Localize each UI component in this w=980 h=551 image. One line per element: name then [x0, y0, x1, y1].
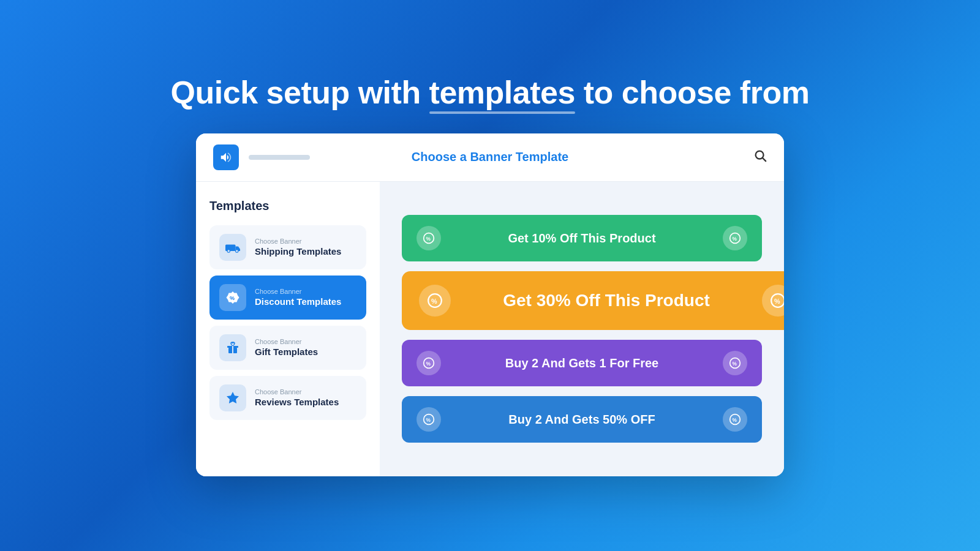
svg-text:%: % [732, 417, 737, 423]
banner-text-1: Get 10% Off This Product [452, 231, 712, 246]
svg-text:%: % [732, 236, 737, 242]
banner-right-icon-3: % [723, 351, 747, 375]
svg-text:%: % [774, 298, 780, 305]
svg-text:%: % [732, 361, 737, 367]
template-banner-green[interactable]: % Get 10% Off This Product % [402, 215, 762, 261]
svg-line-1 [763, 158, 766, 161]
gift-icon [219, 334, 246, 361]
banner-right-icon-1: % [723, 226, 747, 250]
sidebar-item-gift-small-label: Choose Banner [255, 338, 318, 346]
svg-text:%: % [426, 236, 431, 242]
banner-left-icon-3: % [417, 351, 441, 375]
modal-body: Templates Choose Banner Shipping Templat… [196, 182, 784, 476]
svg-point-3 [227, 250, 230, 253]
sidebar-item-shipping-text: Choose Banner Shipping Templates [255, 238, 341, 258]
sidebar-item-gift-text: Choose Banner Gift Templates [255, 338, 318, 358]
modal-header: Choose a Banner Template [196, 133, 784, 182]
sidebar-item-discount-small-label: Choose Banner [255, 288, 341, 296]
modal-title: Choose a Banner Template [412, 150, 568, 164]
header-decorative-bar [249, 155, 310, 160]
banner-text-3: Buy 2 And Gets 1 For Free [452, 356, 712, 370]
modal-container: Choose a Banner Template Templates [196, 133, 784, 476]
banner-left-icon-1: % [417, 226, 441, 250]
svg-rect-8 [232, 346, 233, 353]
sidebar-item-reviews-text: Choose Banner Reviews Templates [255, 388, 339, 408]
svg-marker-9 [227, 392, 239, 403]
svg-text:%: % [230, 295, 235, 301]
app-logo [213, 144, 239, 170]
svg-text:%: % [426, 361, 431, 367]
headline-underline-setup: templates [429, 75, 575, 111]
reviews-icon [219, 384, 246, 411]
sidebar-item-discount-label: Discount Templates [255, 296, 341, 308]
template-banner-purple[interactable]: % Buy 2 And Gets 1 For Free % [402, 340, 762, 386]
banner-text-2: Get 30% Off This Product [462, 291, 751, 310]
svg-rect-2 [225, 244, 236, 251]
template-sidebar: Templates Choose Banner Shipping Templat… [196, 182, 380, 476]
sidebar-item-reviews-label: Reviews Templates [255, 396, 339, 408]
banner-text-4: Buy 2 And Gets 50% OFF [452, 413, 712, 427]
sidebar-item-discount[interactable]: % Choose Banner Discount Templates [209, 276, 366, 320]
sidebar-heading: Templates [209, 199, 366, 213]
page-headline: Quick setup with templates to choose fro… [171, 75, 810, 111]
sidebar-item-gift-label: Gift Templates [255, 346, 318, 358]
svg-point-4 [236, 250, 239, 253]
banner-right-icon-4: % [723, 407, 747, 432]
banner-right-icon-2: % [762, 285, 784, 317]
template-banner-orange[interactable]: % Get 30% Off This Product % [402, 271, 784, 330]
sidebar-item-gift[interactable]: Choose Banner Gift Templates [209, 326, 366, 370]
discount-icon: % [219, 284, 246, 311]
search-icon[interactable] [753, 149, 767, 166]
sidebar-item-shipping-label: Shipping Templates [255, 246, 341, 258]
sidebar-item-shipping[interactable]: Choose Banner Shipping Templates [209, 225, 366, 269]
sidebar-item-reviews-small-label: Choose Banner [255, 388, 339, 396]
sidebar-item-reviews[interactable]: Choose Banner Reviews Templates [209, 376, 366, 420]
svg-text:%: % [431, 298, 437, 305]
banner-left-icon-2: % [419, 285, 451, 317]
shipping-icon [219, 234, 246, 261]
banner-left-icon-4: % [417, 407, 441, 432]
template-banner-blue-dark[interactable]: % Buy 2 And Gets 50% OFF % [402, 396, 762, 443]
sidebar-item-shipping-small-label: Choose Banner [255, 238, 341, 246]
sidebar-item-discount-text: Choose Banner Discount Templates [255, 288, 341, 308]
svg-text:%: % [426, 417, 431, 423]
template-list: % Get 10% Off This Product % % [380, 182, 784, 476]
